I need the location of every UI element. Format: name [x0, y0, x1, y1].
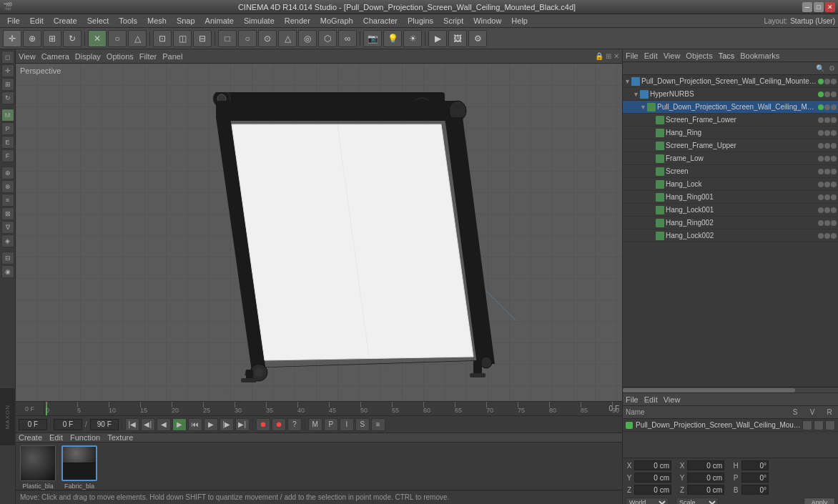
toolbar-disc[interactable]: ⬡ — [318, 30, 337, 47]
toolbar-cube[interactable]: □ — [218, 30, 237, 47]
obj-scroll-thumb[interactable] — [623, 388, 795, 392]
left-points[interactable]: P — [1, 122, 14, 135]
coord-h-field[interactable] — [741, 460, 769, 470]
toolbar-render-view[interactable]: ▶ — [428, 30, 447, 47]
left-render2[interactable]: ◉ — [1, 265, 14, 278]
obj-row-screen-frame-upper[interactable]: Screen_Frame_Upper — [623, 139, 838, 152]
pb-prev-frame[interactable]: ◀ — [157, 418, 171, 431]
toolbar-loop-sel[interactable]: ⊟ — [193, 30, 212, 47]
obj-row-frame-low[interactable]: Frame_Low — [623, 152, 838, 165]
left-tool4[interactable]: ⊠ — [1, 207, 14, 220]
toolbar-edge-mode[interactable]: △ — [128, 30, 147, 47]
toolbar-torus[interactable]: ◎ — [298, 30, 317, 47]
left-move[interactable]: ✛ — [1, 64, 14, 77]
frame-field[interactable] — [19, 419, 47, 430]
fps-field[interactable] — [54, 419, 82, 430]
vp-icon-close[interactable]: ✕ — [613, 52, 619, 60]
menu-animate[interactable]: Animate — [201, 16, 238, 26]
maximize-button[interactable]: □ — [814, 2, 824, 12]
pb-keyframe[interactable]: ? — [287, 418, 302, 431]
toolbar-move[interactable]: ⊕ — [23, 30, 41, 47]
vp-menu-view[interactable]: View — [19, 52, 36, 61]
menu-help[interactable]: Help — [507, 16, 532, 26]
menu-file[interactable]: File — [3, 16, 24, 26]
coord-rx-field[interactable] — [687, 460, 724, 470]
menu-render[interactable]: Render — [280, 16, 315, 26]
mat-menu-function[interactable]: Function — [70, 433, 100, 442]
menu-edit[interactable]: Edit — [26, 16, 48, 26]
coord-world-select[interactable]: World Object — [626, 498, 669, 504]
obj-config-icon[interactable]: ⚙ — [827, 64, 837, 74]
left-model[interactable]: M — [1, 109, 14, 122]
vp-menu-panel[interactable]: Panel — [162, 52, 182, 61]
minimize-button[interactable]: ─ — [802, 2, 812, 12]
coord-x-field[interactable] — [634, 460, 671, 470]
toolbar-scale[interactable]: ⊞ — [43, 30, 61, 47]
toolbar-sky[interactable]: ☀ — [403, 30, 422, 47]
obj-row-hang-ring[interactable]: Hang_Ring — [623, 127, 838, 139]
toolbar-vert-mode[interactable]: ○ — [108, 30, 127, 47]
attr-menu-view[interactable]: View — [664, 395, 681, 404]
menu-snap[interactable]: Snap — [172, 16, 199, 26]
coord-rz-field[interactable] — [687, 485, 724, 495]
obj-menu-view[interactable]: View — [664, 51, 681, 60]
pb-path[interactable]: P — [324, 418, 338, 431]
obj-menu-edit[interactable]: Edit — [644, 51, 658, 60]
obj-search-icon[interactable]: 🔍 — [815, 64, 825, 74]
vp-menu-options[interactable]: Options — [107, 52, 134, 61]
left-rot[interactable]: ↻ — [1, 92, 14, 104]
menu-simulate[interactable]: Simulate — [240, 16, 279, 26]
toolbar-render-pic[interactable]: 🖼 — [448, 30, 467, 47]
obj-menu-bookmarks[interactable]: Bookmarks — [740, 51, 779, 60]
obj-row-screen-frame-lower[interactable]: Screen_Frame_Lower — [623, 114, 838, 127]
pb-next-frame[interactable]: ▶ — [204, 418, 218, 431]
pb-ik[interactable]: I — [340, 418, 354, 431]
obj-row-pulldown[interactable]: ▼ Pull_Down_Projection_Screen_Wall_Ceili… — [623, 101, 838, 114]
coord-scale-select[interactable]: Scale — [676, 498, 719, 504]
attr-icon-1[interactable] — [802, 420, 812, 430]
toolbar-camera[interactable]: 📷 — [363, 30, 382, 47]
viewport-canvas[interactable]: Perspective — [16, 64, 622, 401]
vp-menu-display[interactable]: Display — [75, 52, 101, 61]
pb-record[interactable]: ⏺ — [256, 418, 270, 431]
pb-prev-key[interactable]: ◀| — [141, 418, 155, 431]
left-tool5[interactable]: ∇ — [1, 221, 14, 234]
left-tool1[interactable]: ⊕ — [1, 167, 14, 179]
toolbar-cylinder[interactable]: ⊙ — [258, 30, 277, 47]
menu-tools[interactable]: Tools — [114, 16, 142, 26]
pb-play[interactable]: ▶ — [172, 418, 187, 431]
close-button[interactable]: ✕ — [825, 2, 835, 12]
obj-menu-file[interactable]: File — [626, 51, 639, 60]
toolbar-cursor[interactable]: ✛ — [3, 30, 21, 47]
vp-menu-camera[interactable]: Camera — [41, 52, 69, 61]
coord-ry-field[interactable] — [687, 473, 724, 483]
left-edges[interactable]: E — [1, 136, 14, 149]
material-fabric-black[interactable]: Fabric_bla — [61, 445, 97, 490]
toolbar-rotate[interactable]: ↻ — [63, 30, 82, 47]
timeline-track[interactable]: 0 5 10 15 20 25 30 35 40 45 50 55 60 65 … — [44, 402, 606, 415]
obj-row-hang-ring001[interactable]: Hang_Ring001 — [623, 191, 838, 204]
left-tool6[interactable]: ◈ — [1, 234, 14, 247]
mat-menu-edit[interactable]: Edit — [49, 433, 63, 442]
toolbar-obj-mode[interactable]: ✕ — [88, 30, 107, 47]
left-tool3[interactable]: ≡ — [1, 194, 14, 207]
mat-menu-texture[interactable]: Texture — [107, 433, 133, 442]
attr-selected-row[interactable]: Pull_Down_Projection_Screen_Wall_Ceiling… — [623, 419, 838, 432]
left-scale2[interactable]: ⊞ — [1, 78, 14, 91]
pb-play-reverse[interactable]: ⏮ — [188, 418, 202, 431]
pb-settings[interactable]: S — [355, 418, 370, 431]
vp-menu-filter[interactable]: Filter — [139, 52, 157, 61]
endframe-field[interactable] — [90, 419, 119, 430]
left-tool2[interactable]: ⊗ — [1, 180, 14, 193]
pb-more[interactable]: ≡ — [371, 418, 385, 431]
coord-z-field[interactable] — [634, 485, 671, 495]
mat-menu-create[interactable]: Create — [19, 433, 42, 442]
obj-row-screen[interactable]: Screen — [623, 165, 838, 178]
attr-menu-file[interactable]: File — [626, 395, 639, 404]
pb-autokey[interactable]: ⏺ — [272, 418, 286, 431]
obj-row-hang-lock002[interactable]: Hang_Lock002 — [623, 229, 838, 242]
obj-scrollbar[interactable] — [623, 387, 838, 392]
attr-menu-edit[interactable]: Edit — [644, 395, 658, 404]
obj-menu-tags[interactable]: Tacs — [719, 51, 735, 60]
toolbar-light[interactable]: 💡 — [383, 30, 402, 47]
